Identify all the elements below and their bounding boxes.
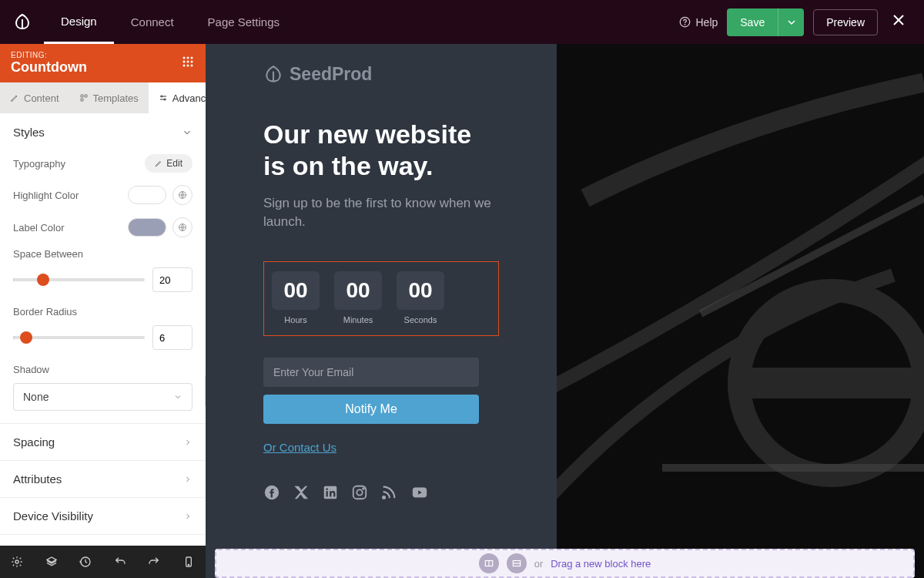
hero-title[interactable]: Our new website is on the way. — [263, 119, 499, 182]
help-icon — [679, 16, 691, 28]
email-input[interactable] — [263, 358, 479, 387]
countdown-hours-value: 00 — [272, 271, 320, 310]
chevron-right-icon — [183, 512, 192, 521]
border-radius-input[interactable] — [152, 325, 192, 350]
svg-point-26 — [383, 496, 385, 499]
tab-content[interactable]: Content — [0, 82, 69, 113]
help-link[interactable]: Help — [679, 16, 718, 29]
label-color-row: Label Color — [0, 211, 206, 244]
device-icon — [182, 556, 195, 568]
social-icons — [263, 484, 499, 501]
accordion-device-label: Device Visibility — [13, 509, 93, 523]
responsive-button[interactable] — [172, 546, 206, 578]
highlight-color-reset[interactable] — [172, 185, 192, 205]
space-between-label: Space Between — [13, 248, 192, 260]
dropzone-or: or — [534, 558, 544, 570]
facebook-icon[interactable] — [263, 484, 280, 501]
svg-point-10 — [191, 65, 193, 67]
shadow-select[interactable]: None — [13, 383, 192, 411]
svg-point-24 — [357, 489, 362, 495]
border-radius-label: Border Radius — [13, 306, 192, 318]
countdown-minutes: 00 Minutes — [334, 271, 382, 324]
svg-point-25 — [363, 488, 364, 489]
highlight-color-swatch[interactable] — [128, 186, 166, 204]
dropzone-link[interactable]: Drag a new block here — [551, 558, 651, 570]
top-right-actions: Help Save Preview — [679, 8, 924, 36]
content-column: SeedProd Our new website is on the way. … — [206, 44, 557, 578]
undo-button[interactable] — [103, 546, 138, 578]
linkedin-icon[interactable] — [322, 484, 339, 501]
svg-point-15 — [15, 560, 18, 563]
space-between-slider[interactable] — [13, 278, 145, 281]
drop-zone[interactable]: or Drag a new block here — [215, 549, 915, 578]
x-icon[interactable] — [293, 484, 310, 501]
top-bar: Design Connect Page Settings Help Save P… — [0, 0, 924, 44]
tab-templates-label: Templates — [93, 92, 139, 104]
history-button[interactable] — [69, 546, 103, 578]
edit-label: Edit — [166, 158, 182, 169]
countdown-minutes-value: 00 — [334, 271, 382, 310]
tab-content-label: Content — [24, 92, 59, 104]
youtube-icon[interactable] — [410, 484, 430, 501]
brand-logo: SeedProd — [263, 64, 499, 85]
layers-button[interactable] — [35, 546, 69, 578]
svg-point-4 — [191, 57, 193, 59]
typography-row: Typography Edit — [0, 148, 206, 179]
hero-subtitle[interactable]: Sign up to be the first to know when we … — [263, 194, 499, 232]
countdown-hours: 00 Hours — [272, 271, 320, 324]
countdown-block[interactable]: 00 Hours 00 Minutes 00 Seconds — [263, 261, 499, 336]
rss-icon[interactable] — [380, 484, 397, 501]
space-between-row: Space Between — [0, 244, 206, 301]
nav-page-settings[interactable]: Page Settings — [191, 0, 296, 44]
redo-button[interactable] — [137, 546, 172, 578]
svg-point-9 — [187, 65, 189, 67]
svg-point-1 — [685, 24, 686, 25]
label-color-reset[interactable] — [172, 217, 192, 237]
instagram-icon[interactable] — [351, 484, 368, 501]
label-color-swatch[interactable] — [128, 218, 166, 237]
space-between-input[interactable] — [152, 267, 192, 292]
preview-button[interactable]: Preview — [813, 9, 878, 35]
save-dropdown-button[interactable] — [778, 8, 804, 36]
svg-point-17 — [188, 564, 189, 565]
svg-point-12 — [164, 99, 166, 100]
countdown-seconds-label: Seconds — [397, 315, 444, 324]
svg-point-22 — [326, 488, 328, 490]
countdown-seconds: 00 Seconds — [397, 271, 444, 324]
rows-icon — [511, 558, 522, 569]
history-icon — [79, 556, 92, 568]
accordion-attributes[interactable]: Attributes — [0, 460, 206, 497]
pencil-icon — [155, 160, 162, 167]
contact-link[interactable]: Or Contact Us — [263, 441, 336, 454]
help-label: Help — [695, 16, 718, 29]
nav-design[interactable]: Design — [44, 0, 114, 44]
notify-button[interactable]: Notify Me — [263, 395, 479, 424]
nav-connect[interactable]: Connect — [114, 0, 191, 44]
template-icon — [79, 93, 89, 102]
styles-heading-label: Styles — [13, 126, 45, 139]
styles-section-header[interactable]: Styles — [0, 113, 206, 148]
countdown-hours-label: Hours — [272, 315, 320, 324]
globe-icon — [178, 223, 187, 232]
save-button-group: Save — [727, 8, 804, 36]
close-button[interactable] — [887, 8, 910, 35]
leaf-icon — [263, 65, 283, 85]
accordion-device-visibility[interactable]: Device Visibility — [0, 497, 206, 534]
border-radius-slider[interactable] — [13, 336, 145, 339]
editing-title: Countdown — [11, 59, 87, 76]
add-section-button[interactable] — [507, 553, 527, 573]
countdown-seconds-value: 00 — [397, 271, 444, 310]
save-button[interactable]: Save — [727, 8, 778, 36]
accordion-spacing[interactable]: Spacing — [0, 423, 206, 460]
global-settings-button[interactable] — [0, 546, 35, 578]
add-row-button[interactable] — [479, 553, 499, 573]
typography-edit-button[interactable]: Edit — [145, 154, 192, 173]
accordion-attributes-label: Attributes — [13, 472, 62, 486]
sidebar-tabs: Content Templates Advanced — [0, 82, 206, 113]
tab-templates[interactable]: Templates — [69, 82, 149, 113]
drag-grip-icon[interactable] — [181, 55, 195, 72]
undo-icon — [114, 556, 126, 568]
highlight-color-label: Highlight Color — [13, 190, 79, 201]
shadow-row: Shadow — [0, 359, 206, 378]
shadow-value: None — [23, 391, 49, 403]
